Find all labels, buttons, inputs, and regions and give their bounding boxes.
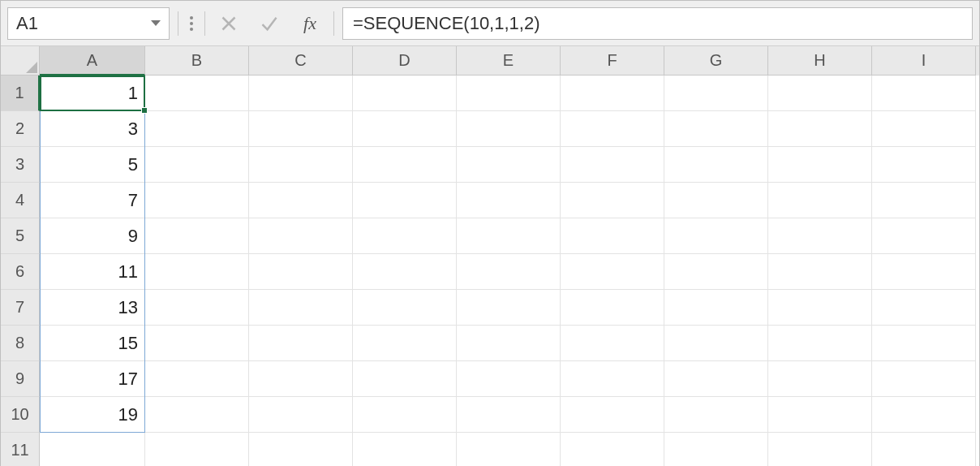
cell-H11[interactable] xyxy=(768,433,872,466)
cell-F7[interactable] xyxy=(561,290,664,326)
cell-F10[interactable] xyxy=(561,397,664,433)
cell-G2[interactable] xyxy=(664,111,768,147)
cell-D4[interactable] xyxy=(353,183,457,218)
col-header-A[interactable]: A xyxy=(40,46,145,76)
chevron-down-icon[interactable] xyxy=(151,20,161,26)
row-header-11[interactable]: 11 xyxy=(1,433,40,466)
cell-B5[interactable] xyxy=(145,218,249,254)
cell-A3[interactable]: 5 xyxy=(40,147,145,183)
cell-D2[interactable] xyxy=(353,111,457,147)
cell-E7[interactable] xyxy=(457,290,561,326)
cell-C5[interactable] xyxy=(249,218,353,254)
col-header-D[interactable]: D xyxy=(353,46,457,76)
cell-A11[interactable] xyxy=(40,433,145,466)
more-icon[interactable] xyxy=(187,16,196,31)
cell-D9[interactable] xyxy=(353,361,457,397)
cell-E11[interactable] xyxy=(457,433,561,466)
fx-icon[interactable]: fx xyxy=(299,13,320,34)
cell-C9[interactable] xyxy=(249,361,353,397)
cell-A1[interactable]: 1 xyxy=(40,76,145,111)
cell-E4[interactable] xyxy=(457,183,561,218)
row-header-7[interactable]: 7 xyxy=(1,290,40,326)
cell-E3[interactable] xyxy=(457,147,561,183)
cell-C10[interactable] xyxy=(249,397,353,433)
cell-D8[interactable] xyxy=(353,326,457,361)
cell-A7[interactable]: 13 xyxy=(40,290,145,326)
cell-I2[interactable] xyxy=(872,111,976,147)
cell-H3[interactable] xyxy=(768,147,872,183)
cell-B2[interactable] xyxy=(145,111,249,147)
cell-G4[interactable] xyxy=(664,183,768,218)
col-header-B[interactable]: B xyxy=(145,46,249,76)
cell-G8[interactable] xyxy=(664,326,768,361)
cell-B6[interactable] xyxy=(145,254,249,290)
cell-B4[interactable] xyxy=(145,183,249,218)
cell-F6[interactable] xyxy=(561,254,664,290)
formula-input[interactable]: =SEQUENCE(10,1,1,2) xyxy=(342,7,973,40)
cell-H8[interactable] xyxy=(768,326,872,361)
cell-B10[interactable] xyxy=(145,397,249,433)
row-header-2[interactable]: 2 xyxy=(1,111,40,147)
cell-F8[interactable] xyxy=(561,326,664,361)
cell-C6[interactable] xyxy=(249,254,353,290)
cell-C8[interactable] xyxy=(249,326,353,361)
row-header-4[interactable]: 4 xyxy=(1,183,40,218)
col-header-I[interactable]: I xyxy=(872,46,976,76)
col-header-F[interactable]: F xyxy=(561,46,664,76)
cell-B7[interactable] xyxy=(145,290,249,326)
cell-G9[interactable] xyxy=(664,361,768,397)
cell-I3[interactable] xyxy=(872,147,976,183)
cell-C2[interactable] xyxy=(249,111,353,147)
cell-F3[interactable] xyxy=(561,147,664,183)
cell-F5[interactable] xyxy=(561,218,664,254)
cell-D3[interactable] xyxy=(353,147,457,183)
cell-C4[interactable] xyxy=(249,183,353,218)
cell-E1[interactable] xyxy=(457,76,561,111)
cell-H5[interactable] xyxy=(768,218,872,254)
cell-H2[interactable] xyxy=(768,111,872,147)
cell-A9[interactable]: 17 xyxy=(40,361,145,397)
cell-E2[interactable] xyxy=(457,111,561,147)
cell-D5[interactable] xyxy=(353,218,457,254)
col-header-H[interactable]: H xyxy=(768,46,872,76)
row-header-1[interactable]: 1 xyxy=(1,76,40,111)
cell-I10[interactable] xyxy=(872,397,976,433)
row-header-8[interactable]: 8 xyxy=(1,326,40,361)
cell-A6[interactable]: 11 xyxy=(40,254,145,290)
cell-H6[interactable] xyxy=(768,254,872,290)
cell-D1[interactable] xyxy=(353,76,457,111)
cell-D10[interactable] xyxy=(353,397,457,433)
cell-A8[interactable]: 15 xyxy=(40,326,145,361)
cell-I4[interactable] xyxy=(872,183,976,218)
cell-I9[interactable] xyxy=(872,361,976,397)
col-header-E[interactable]: E xyxy=(457,46,561,76)
cell-I11[interactable] xyxy=(872,433,976,466)
name-box[interactable]: A1 xyxy=(7,7,170,40)
cell-I5[interactable] xyxy=(872,218,976,254)
cell-G11[interactable] xyxy=(664,433,768,466)
cell-F9[interactable] xyxy=(561,361,664,397)
cell-C11[interactable] xyxy=(249,433,353,466)
cell-A2[interactable]: 3 xyxy=(40,111,145,147)
cell-E5[interactable] xyxy=(457,218,561,254)
cell-I7[interactable] xyxy=(872,290,976,326)
cell-B9[interactable] xyxy=(145,361,249,397)
cell-H10[interactable] xyxy=(768,397,872,433)
cell-G7[interactable] xyxy=(664,290,768,326)
cell-I8[interactable] xyxy=(872,326,976,361)
cell-D7[interactable] xyxy=(353,290,457,326)
row-header-10[interactable]: 10 xyxy=(1,397,40,433)
cell-C3[interactable] xyxy=(249,147,353,183)
row-header-6[interactable]: 6 xyxy=(1,254,40,290)
cell-I1[interactable] xyxy=(872,76,976,111)
cell-H4[interactable] xyxy=(768,183,872,218)
cell-C7[interactable] xyxy=(249,290,353,326)
cell-E6[interactable] xyxy=(457,254,561,290)
cell-A4[interactable]: 7 xyxy=(40,183,145,218)
cell-A5[interactable]: 9 xyxy=(40,218,145,254)
cell-G10[interactable] xyxy=(664,397,768,433)
cell-F4[interactable] xyxy=(561,183,664,218)
cell-B1[interactable] xyxy=(145,76,249,111)
cell-E8[interactable] xyxy=(457,326,561,361)
cell-G6[interactable] xyxy=(664,254,768,290)
